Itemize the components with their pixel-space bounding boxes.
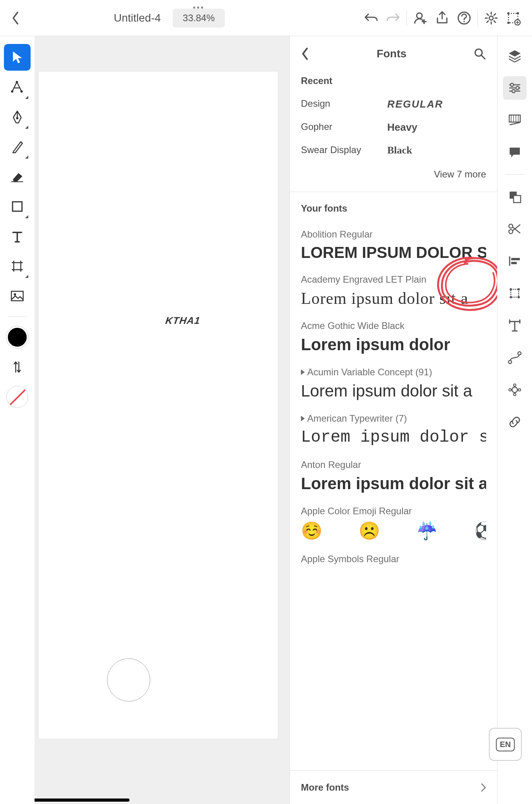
type-tool[interactable] [4,223,31,250]
font-list-item[interactable]: American Typewriter (7)Lorem ipsum dolor… [290,404,497,451]
svg-point-35 [518,352,521,355]
font-list-item[interactable]: Abolition RegularLOREM IPSUM DOLOR SIT A… [290,220,497,265]
font-sample: Lorem ipsum dolor [301,335,486,354]
font-sample: ☺️ ☹️ ☔ ⚽ ♻️ [301,521,486,541]
font-sample: Lorem ipsum dolor sit an [301,474,486,493]
svg-point-38 [514,393,516,396]
place-image-tool[interactable] [4,283,31,309]
separator [7,316,27,317]
path-button[interactable] [503,346,527,369]
font-name-label: Anton Regular [301,459,486,470]
svg-point-17 [14,293,16,296]
align-button[interactable] [503,249,527,273]
font-sample: LOREM IPSUM DOLOR SIT AMET, CONSEC [301,244,486,261]
recent-font-row[interactable]: DesignRegular [290,93,497,116]
back-button[interactable] [8,10,24,26]
svg-point-13 [16,117,18,119]
direct-selection-tool[interactable] [4,74,31,100]
artboard[interactable] [38,71,278,739]
settings-button[interactable] [480,7,502,29]
zoom-value: 33.84% [183,13,215,23]
left-toolbar [0,36,35,804]
fill-color[interactable] [4,324,31,351]
chevron-right-icon [481,783,486,792]
svg-point-5 [507,12,510,15]
stroke-color[interactable] [4,384,31,410]
font-list-item[interactable]: Anton RegularLorem ipsum dolor sit an [290,451,497,497]
share-button[interactable] [431,7,453,29]
language-badge[interactable]: EN [489,728,522,761]
recent-font-sample: Heavy [387,121,486,133]
selection-tool[interactable] [4,44,31,71]
add-user-button[interactable] [409,7,431,29]
text-panel-button[interactable] [503,314,527,337]
svg-rect-29 [511,289,519,297]
recent-section-label: Recent [290,71,497,93]
font-sample: Lorem ipsum dolor sit a [301,382,486,400]
precision-button[interactable] [502,7,524,29]
eraser-tool[interactable] [4,163,31,190]
font-name-label: Academy Engraved LET Plain [301,274,486,285]
svg-point-32 [510,296,512,298]
svg-point-20 [516,86,519,90]
svg-point-26 [509,230,513,234]
comments-button[interactable] [503,141,527,164]
document-title[interactable]: Untitled-4 [114,12,161,24]
cut-button[interactable] [503,217,527,241]
canvas[interactable]: KTHA1 [35,36,290,804]
appearance-button[interactable] [503,378,527,402]
font-list-item[interactable]: Acumin Variable Concept (91)Lorem ipsum … [290,358,497,404]
canvas-text-object[interactable]: KTHA1 [165,315,201,326]
svg-rect-24 [514,196,521,203]
separator [477,10,478,26]
help-button[interactable] [453,7,475,29]
redo-button[interactable] [382,7,404,29]
svg-rect-22 [509,115,520,122]
layers-panel-button[interactable] [503,44,527,68]
shape-tool[interactable] [4,193,31,220]
expand-triangle-icon [301,416,305,421]
font-sample: Lorem ipsum dolor s [301,428,486,447]
your-fonts-label: Your fonts [290,192,497,220]
artboard-tool[interactable] [4,253,31,280]
svg-point-3 [489,16,493,20]
pencil-tool[interactable] [4,133,31,160]
recent-font-name: Swear Display [301,144,387,156]
top-toolbar: Untitled-4 ••• 33.84% [0,0,532,36]
svg-point-36 [512,387,517,393]
recent-font-name: Design [301,98,387,110]
canvas-circle-object[interactable] [107,658,150,702]
pen-tool[interactable] [4,104,31,130]
swap-fill-stroke[interactable] [4,354,31,380]
svg-point-19 [510,83,514,86]
combine-shapes-button[interactable] [503,185,527,208]
font-name-label: Acumin Variable Concept (91) [301,367,486,378]
svg-rect-27 [511,258,520,260]
font-name-label: Apple Color Emoji Regular [301,506,486,517]
link-button[interactable] [503,410,527,434]
fonts-panel: Fonts Recent DesignRegularGopherHeavySwe… [290,36,497,804]
font-list-item[interactable]: Apple Color Emoji Regular☺️ ☹️ ☔ ⚽ ♻️ [290,497,497,545]
recent-font-sample: Black [387,144,486,156]
font-list-item[interactable]: Acme Gothic Wide BlackLorem ipsum dolor [290,312,497,358]
recent-font-row[interactable]: GopherHeavy [290,116,497,139]
precision-panel-button[interactable] [503,108,527,132]
undo-button[interactable] [360,7,382,29]
svg-rect-16 [11,291,23,301]
transform-button[interactable] [503,281,527,305]
search-fonts-button[interactable] [474,48,486,60]
font-list-item[interactable]: Apple Symbols Regular [290,545,497,572]
svg-point-0 [417,13,422,18]
right-toolbar [497,36,532,804]
font-name-label: American Typewriter (7) [301,413,486,424]
svg-point-2 [463,21,465,22]
properties-panel-button[interactable] [503,76,527,100]
font-list-item[interactable]: Academy Engraved LET PlainLorem ipsum do… [290,265,497,312]
zoom-level[interactable]: ••• 33.84% [173,9,225,27]
recent-font-row[interactable]: Swear DisplayBlack [290,139,497,162]
view-more-link[interactable]: View 7 more [290,162,497,192]
more-fonts-label: More fonts [301,782,349,793]
more-fonts-button[interactable]: More fonts [290,770,497,804]
panel-back-button[interactable] [301,48,310,60]
recent-font-sample: Regular [387,98,486,110]
